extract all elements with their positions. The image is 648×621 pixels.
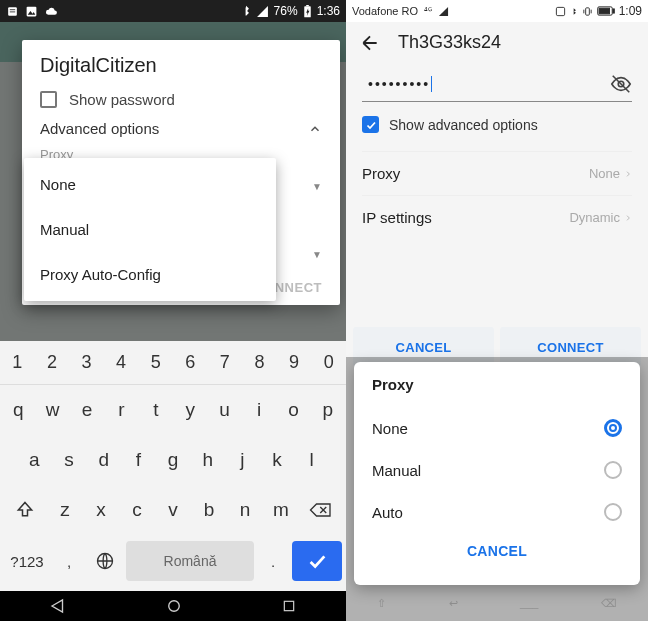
key-1[interactable]: 1 <box>0 341 35 385</box>
key-e[interactable]: e <box>71 389 103 431</box>
ip-label: IP settings <box>362 209 432 226</box>
wifi-settings-body: ••••••••• Show advanced options Proxy No… <box>346 59 648 239</box>
key-r[interactable]: r <box>105 389 137 431</box>
clock: 1:36 <box>317 4 340 18</box>
key-9[interactable]: 9 <box>277 341 312 385</box>
key-4[interactable]: 4 <box>104 341 139 385</box>
radio-selected-icon <box>604 419 622 437</box>
svg-marker-10 <box>52 600 63 612</box>
password-value: ••••••••• <box>368 76 430 92</box>
recents-button[interactable] <box>281 598 297 614</box>
key-a[interactable]: a <box>18 439 51 481</box>
key-z[interactable]: z <box>48 489 82 531</box>
proxy-bottom-sheet: Proxy None Manual Auto CANCEL <box>354 362 640 585</box>
dropdown-icon: ▼ <box>312 249 322 260</box>
proxy-setting-row[interactable]: Proxy None <box>362 151 632 195</box>
key-0[interactable]: 0 <box>311 341 346 385</box>
proxy-option-auto[interactable]: Auto <box>372 491 622 533</box>
backspace-key[interactable] <box>300 489 342 531</box>
option-label: None <box>372 420 408 437</box>
period-key[interactable]: . <box>258 553 288 570</box>
back-button[interactable] <box>360 33 380 53</box>
language-key[interactable] <box>88 551 122 571</box>
svg-rect-17 <box>613 9 614 13</box>
proxy-label: Proxy <box>362 165 400 182</box>
key-p[interactable]: p <box>312 389 344 431</box>
checkbox-icon <box>40 91 57 108</box>
key-i[interactable]: i <box>243 389 275 431</box>
page-title: Th3G33ks24 <box>398 32 501 53</box>
key-q[interactable]: q <box>2 389 34 431</box>
soft-keyboard: 1 2 3 4 5 6 7 8 9 0 q w e r t y u i o p … <box>0 341 346 591</box>
key-j[interactable]: j <box>226 439 259 481</box>
proxy-option-manual[interactable]: Manual <box>372 449 622 491</box>
shift-key[interactable] <box>4 489 46 531</box>
nfc-icon <box>555 6 566 17</box>
key-d[interactable]: d <box>87 439 120 481</box>
svg-rect-15 <box>585 7 589 14</box>
key-6[interactable]: 6 <box>173 341 208 385</box>
key-3[interactable]: 3 <box>69 341 104 385</box>
comma-key[interactable]: , <box>54 553 84 570</box>
svg-marker-13 <box>439 6 448 15</box>
key-g[interactable]: g <box>157 439 190 481</box>
bluetooth-icon <box>241 5 251 18</box>
key-t[interactable]: t <box>140 389 172 431</box>
password-field[interactable]: ••••••••• <box>362 67 632 102</box>
key-u[interactable]: u <box>208 389 240 431</box>
proxy-option-none[interactable]: None <box>24 162 276 207</box>
cloud-icon <box>44 5 59 18</box>
svg-rect-7 <box>306 5 309 6</box>
key-k[interactable]: k <box>261 439 294 481</box>
header: Th3G33ks24 <box>346 22 648 59</box>
advanced-options-toggle[interactable]: Advanced options <box>40 120 322 137</box>
chevron-up-icon <box>308 122 322 136</box>
key-m[interactable]: m <box>264 489 298 531</box>
advanced-options-label: Advanced options <box>40 120 159 137</box>
svg-rect-2 <box>10 11 15 12</box>
key-h[interactable]: h <box>191 439 224 481</box>
svg-rect-12 <box>284 601 293 610</box>
key-row-numbers: 1 2 3 4 5 6 7 8 9 0 <box>0 341 346 385</box>
key-w[interactable]: w <box>36 389 68 431</box>
enter-key[interactable] <box>292 541 342 581</box>
dropdown-icon: ▼ <box>312 181 322 192</box>
proxy-option-none[interactable]: None <box>372 407 622 449</box>
key-o[interactable]: o <box>277 389 309 431</box>
show-advanced-label: Show advanced options <box>389 117 538 133</box>
home-button[interactable] <box>165 597 183 615</box>
status-bar: Vodafone RO ⁴ᴳ 1:09 <box>346 0 648 22</box>
proxy-option-pac[interactable]: Proxy Auto-Config <box>24 252 276 297</box>
signal-icon <box>438 6 449 17</box>
key-7[interactable]: 7 <box>208 341 243 385</box>
back-button[interactable] <box>49 597 67 615</box>
visibility-off-icon[interactable] <box>610 73 632 95</box>
status-bar: 76% 1:36 <box>0 0 346 22</box>
svg-point-11 <box>169 601 180 612</box>
proxy-option-manual[interactable]: Manual <box>24 207 276 252</box>
network-type: ⁴ᴳ <box>424 6 432 16</box>
space-key[interactable]: Română <box>126 541 254 581</box>
key-2[interactable]: 2 <box>35 341 70 385</box>
key-f[interactable]: f <box>122 439 155 481</box>
key-b[interactable]: b <box>192 489 226 531</box>
sheet-cancel-button[interactable]: CANCEL <box>372 533 622 565</box>
symbols-key[interactable]: ?123 <box>4 553 50 570</box>
key-n[interactable]: n <box>228 489 262 531</box>
notification-icon <box>6 5 19 18</box>
key-5[interactable]: 5 <box>138 341 173 385</box>
key-v[interactable]: v <box>156 489 190 531</box>
bluetooth-icon <box>570 6 578 17</box>
key-l[interactable]: l <box>295 439 328 481</box>
key-x[interactable]: x <box>84 489 118 531</box>
key-8[interactable]: 8 <box>242 341 277 385</box>
key-y[interactable]: y <box>174 389 206 431</box>
key-c[interactable]: c <box>120 489 154 531</box>
show-password-checkbox[interactable]: Show password <box>40 91 322 108</box>
ip-settings-row[interactable]: IP settings Dynamic <box>362 195 632 239</box>
chevron-right-icon <box>624 212 632 224</box>
battery-percent: 76% <box>274 4 298 18</box>
show-advanced-checkbox[interactable]: Show advanced options <box>362 116 632 133</box>
checkbox-checked-icon <box>362 116 379 133</box>
key-s[interactable]: s <box>53 439 86 481</box>
